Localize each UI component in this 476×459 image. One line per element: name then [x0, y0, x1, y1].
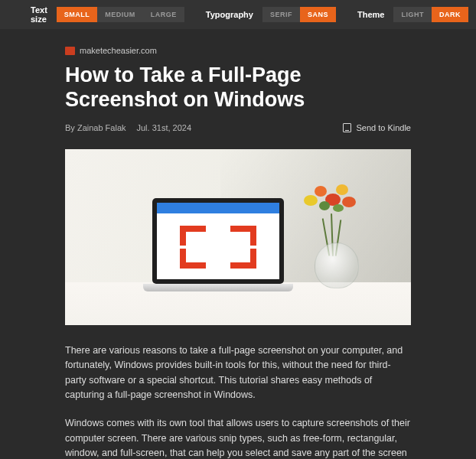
laptop-base-icon	[143, 284, 293, 291]
typography-serif-button[interactable]: SERIF	[262, 7, 300, 22]
reader-toolbar: Text size SMALL MEDIUM LARGE Typography …	[0, 0, 476, 29]
typography-group: SERIF SANS	[262, 7, 336, 22]
article-paragraph: Windows comes with its own tool that all…	[65, 416, 411, 459]
text-size-group: SMALL MEDIUM LARGE	[57, 7, 184, 22]
site-line: maketecheasier.com	[65, 46, 411, 55]
text-size-label: Text size	[31, 5, 47, 24]
theme-label: Theme	[357, 10, 384, 19]
typography-sans-button[interactable]: SANS	[300, 7, 336, 22]
theme-light-button[interactable]: LIGHT	[393, 7, 432, 22]
screenshot-bracket-icon	[180, 226, 256, 269]
text-size-small-button[interactable]: SMALL	[57, 7, 98, 22]
flowers-icon	[296, 180, 365, 226]
send-to-kindle-button[interactable]: Send to Kindle	[343, 123, 411, 132]
vase-icon	[315, 243, 359, 288]
site-favicon-icon	[65, 47, 75, 55]
theme-group: LIGHT DARK	[393, 7, 468, 22]
article-paragraph: There are various reasons to take a full…	[65, 343, 411, 403]
text-size-medium-button[interactable]: MEDIUM	[97, 7, 143, 22]
theme-dark-button[interactable]: DARK	[432, 7, 468, 22]
meta-row: By Zainab Falak Jul. 31st, 2024 Send to …	[65, 123, 411, 132]
article-date: Jul. 31st, 2024	[137, 123, 192, 132]
article-author: By Zainab Falak	[65, 123, 126, 132]
article-title: How to Take a Full-Page Screenshot on Wi…	[65, 63, 411, 112]
typography-label: Typography	[206, 10, 253, 19]
article-content: maketecheasier.com How to Take a Full-Pa…	[0, 29, 476, 459]
kindle-icon	[343, 123, 351, 132]
text-size-large-button[interactable]: LARGE	[143, 7, 184, 22]
hero-image	[65, 149, 411, 325]
kindle-label: Send to Kindle	[356, 123, 411, 132]
site-domain: maketecheasier.com	[80, 46, 157, 55]
laptop-screen-icon	[152, 198, 284, 284]
